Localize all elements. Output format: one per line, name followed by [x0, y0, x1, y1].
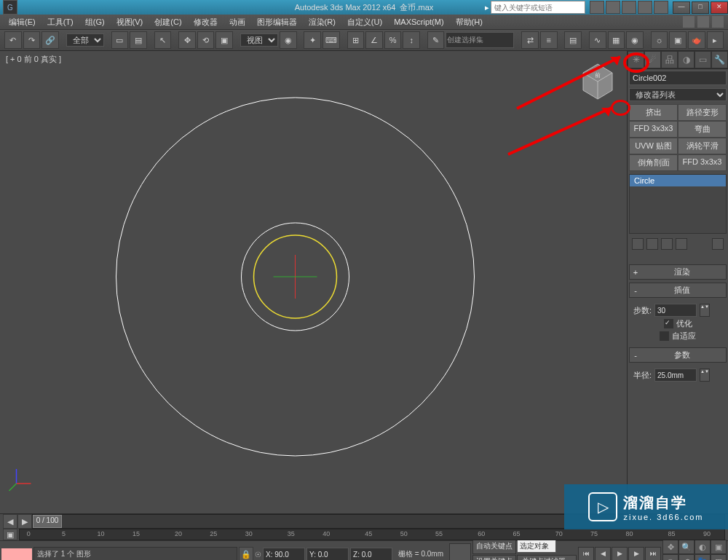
child-close-icon[interactable]: [712, 16, 724, 28]
remove-modifier-icon[interactable]: [676, 238, 687, 250]
zoom-all-icon[interactable]: ◎: [662, 554, 678, 560]
snap-toggle-button[interactable]: ⊞: [347, 31, 365, 49]
close-button[interactable]: ✕: [711, 1, 728, 14]
key-filters-button[interactable]: 关键点过滤器...: [517, 555, 577, 561]
favorites-icon[interactable]: [638, 1, 652, 14]
layer-button[interactable]: ▤: [564, 31, 582, 49]
angle-snap-button[interactable]: ∠: [365, 31, 383, 49]
pin-stack-icon[interactable]: [632, 238, 644, 250]
steps-spinner[interactable]: ▲▼: [700, 304, 710, 317]
menu-group[interactable]: 组(G): [81, 15, 109, 29]
display-tab[interactable]: ▭: [695, 51, 711, 68]
mirror-button[interactable]: ⇄: [521, 31, 539, 49]
coord-z-input[interactable]: [350, 548, 392, 560]
menu-tools[interactable]: 工具(T): [43, 15, 78, 29]
optimize-checkbox[interactable]: [664, 319, 673, 328]
set-key-button[interactable]: 设置关键点: [472, 555, 516, 561]
menu-view[interactable]: 视图(V): [112, 15, 148, 29]
child-minimize-icon[interactable]: [683, 16, 695, 28]
lock-selection-icon[interactable]: 🔒: [239, 547, 253, 560]
ffd-button-1[interactable]: FFD 3x3x3: [629, 121, 678, 138]
auto-key-button[interactable]: 自动关键点: [472, 540, 516, 554]
fov-icon[interactable]: ◐: [695, 540, 711, 554]
modifier-stack[interactable]: Circle: [629, 174, 727, 234]
max-toggle-icon[interactable]: ▦: [711, 554, 727, 560]
keyword-search-input[interactable]: [491, 1, 585, 14]
search-icon[interactable]: [590, 1, 604, 14]
menu-create[interactable]: 创建(C): [150, 15, 186, 29]
communication-icon[interactable]: [622, 1, 636, 14]
render-frame-button[interactable]: ▣: [669, 31, 687, 49]
coord-y-input[interactable]: [306, 548, 349, 560]
walk-icon[interactable]: 👣: [695, 554, 711, 560]
render-button[interactable]: 🫖: [688, 31, 705, 49]
curve-editor-button[interactable]: ∿: [589, 31, 606, 49]
time-slider-thumb[interactable]: 0 / 100: [33, 515, 62, 528]
play-button[interactable]: ▶: [612, 547, 628, 560]
menu-graph-editors[interactable]: 图形编辑器: [253, 15, 301, 29]
orbit-icon[interactable]: ⟲: [678, 554, 695, 560]
render-setup-button[interactable]: ☼: [651, 31, 668, 49]
color-swatch[interactable]: [1, 548, 32, 560]
turbosmooth-button[interactable]: 涡轮平滑: [678, 138, 727, 154]
select-cursor-button[interactable]: ↖: [154, 31, 172, 49]
ref-coord-dropdown[interactable]: 视图: [240, 33, 278, 47]
ffd-button-2[interactable]: FFD 3x3x3: [678, 154, 727, 171]
utilities-tab[interactable]: 🔧: [711, 51, 728, 68]
extrude-button[interactable]: 挤出: [629, 104, 678, 121]
create-tab[interactable]: ✳: [628, 51, 644, 68]
mini-listener-icon[interactable]: ▣: [3, 529, 17, 540]
menu-modifiers[interactable]: 修改器: [189, 15, 222, 29]
keyboard-shortcut-button[interactable]: ⌨: [323, 31, 340, 49]
time-config-prev-icon[interactable]: ◀: [3, 514, 17, 529]
pivot-button[interactable]: ◉: [280, 31, 297, 49]
bend-button[interactable]: 弯曲: [678, 121, 727, 138]
child-restore-icon[interactable]: [697, 16, 709, 28]
path-deform-button[interactable]: 路径变形: [678, 104, 727, 121]
subscription-icon[interactable]: [606, 1, 620, 14]
menu-help[interactable]: 帮助(H): [451, 15, 487, 29]
rollout-render[interactable]: + 渲染: [629, 264, 727, 280]
viewcube[interactable]: 前: [576, 58, 620, 102]
hierarchy-tab[interactable]: 品: [661, 51, 678, 68]
move-button[interactable]: ✥: [178, 31, 196, 49]
rollout-parameters[interactable]: - 参数: [629, 347, 727, 363]
time-config-next-icon[interactable]: ▶: [17, 514, 32, 529]
stack-item-circle[interactable]: Circle: [630, 175, 726, 186]
time-ruler[interactable]: 051015202530354045505560657075808590: [19, 529, 725, 540]
modify-tab[interactable]: ☄: [644, 51, 661, 68]
rollout-interpolation[interactable]: - 插值: [629, 283, 727, 298]
adaptive-checkbox[interactable]: [660, 331, 669, 341]
link-button[interactable]: 🔗: [41, 31, 59, 49]
goto-start-button[interactable]: ⏮: [578, 547, 594, 560]
render-production-button[interactable]: ▸: [707, 31, 724, 49]
motion-tab[interactable]: ◑: [678, 51, 695, 68]
percent-snap-button[interactable]: %: [384, 31, 402, 49]
minimize-button[interactable]: —: [673, 1, 690, 14]
scale-button[interactable]: ▣: [215, 31, 233, 49]
align-button[interactable]: ≡: [540, 31, 558, 49]
object-name-input[interactable]: [629, 71, 727, 85]
material-editor-button[interactable]: ◉: [626, 31, 644, 49]
show-end-result-icon[interactable]: [646, 238, 658, 250]
selection-filter-dropdown[interactable]: 全部: [66, 33, 104, 47]
radius-input[interactable]: [654, 368, 697, 382]
named-selection-input[interactable]: [446, 32, 514, 48]
menu-render[interactable]: 渲染(R): [304, 15, 340, 29]
manipulate-button[interactable]: ✦: [304, 31, 321, 49]
menu-animation[interactable]: 动画: [225, 15, 250, 29]
make-unique-icon[interactable]: [661, 238, 673, 250]
menu-edit[interactable]: 编辑(E): [4, 15, 40, 29]
selected-objects-input[interactable]: [517, 540, 556, 553]
undo-button[interactable]: ↶: [4, 31, 22, 49]
redo-button[interactable]: ↷: [23, 31, 41, 49]
bevel-profile-button[interactable]: 倒角剖面: [629, 154, 678, 171]
key-button[interactable]: [449, 543, 471, 560]
maximize-button[interactable]: □: [692, 1, 709, 14]
spinner-snap-button[interactable]: ↕: [403, 31, 420, 49]
app-menu-icon[interactable]: G: [3, 0, 17, 15]
uvw-map-button[interactable]: UVW 贴图: [629, 138, 678, 154]
help-icon[interactable]: [654, 1, 668, 14]
select-by-name-button[interactable]: ▤: [130, 31, 147, 49]
steps-input[interactable]: [654, 304, 697, 317]
